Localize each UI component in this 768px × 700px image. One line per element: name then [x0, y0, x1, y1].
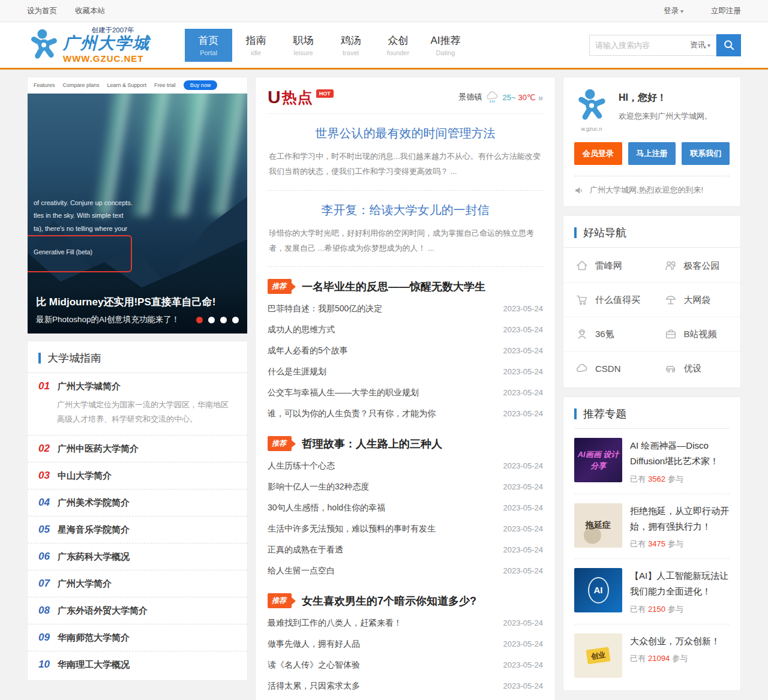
featured-article-title[interactable]: 世界公认的最有效的时间管理方法 [268, 125, 543, 142]
slide-title[interactable]: 比 Midjourney还实用!PS直接革自己命! [36, 295, 239, 309]
site-link[interactable]: 优设 [652, 351, 741, 385]
guide-item-label[interactable]: 广东药科大学概况 [58, 551, 130, 563]
article-title[interactable]: 成年人必看的5个故事 [268, 346, 348, 356]
article-title[interactable]: 30句人生感悟，hold住你的幸福 [268, 503, 385, 513]
article-list-item[interactable]: 成功人的思维方式 2023-05-24 [268, 319, 543, 340]
article-title[interactable]: 正真的成熟在于看透 [268, 545, 343, 555]
carousel-dot[interactable] [208, 317, 215, 323]
nav-item[interactable]: AI推荐 Dating [422, 29, 469, 62]
guide-list-item[interactable]: 07 广州大学简介 [28, 570, 247, 597]
nav-item[interactable]: 指南 idle [232, 29, 280, 62]
article-list-item[interactable]: 做事先做人，拥有好人品 2023-05-24 [268, 633, 543, 654]
article-title[interactable]: 做事先做人，拥有好人品 [268, 639, 360, 650]
guide-list-item[interactable]: 06 广东药科大学概况 [28, 543, 247, 570]
login-link[interactable]: 登录▾ [664, 6, 683, 16]
article-list-item[interactable]: 最难找到工作的八类人，赶紧来看！ 2023-05-24 [268, 612, 543, 633]
topic-title[interactable]: 大众创业，万众创新！ [630, 633, 720, 649]
article-title[interactable]: 成功人的思维方式 [268, 325, 335, 335]
topic-thumbnail[interactable]: 拖延症 [574, 503, 622, 548]
article-list-item[interactable]: 给人生留一点空白 2023-05-24 [268, 560, 543, 581]
guide-list-item[interactable]: 10 华南理工大学概况 [28, 651, 247, 678]
site-link[interactable]: B站视频 [652, 317, 741, 351]
article-list-item[interactable]: 成年人必看的5个故事 2023-05-24 [268, 340, 543, 361]
search-button[interactable] [716, 34, 741, 56]
carousel-slide[interactable]: of creativity. Conjure up concepts. tles… [28, 94, 247, 334]
article-title[interactable]: 最难找到工作的八类人，赶紧来看！ [268, 618, 402, 629]
nav-item[interactable]: 众创 founder [374, 29, 422, 62]
article-title[interactable]: 巴菲特自述：我那500亿的决定 [268, 304, 382, 314]
search-category-dropdown[interactable]: 资讯▾ [690, 40, 710, 50]
article-title[interactable]: 人生历练十个心态 [268, 461, 335, 471]
register-link[interactable]: 立即注册 [711, 6, 741, 16]
topic-title[interactable]: AI 绘画神器—Disco Diffusion堪比艺术家！ [630, 438, 730, 470]
guide-list-item[interactable]: 03 中山大学简介 [28, 462, 247, 489]
guide-list-item[interactable]: 05 星海音乐学院简介 [28, 516, 247, 543]
user-action-button[interactable]: 马上注册 [628, 142, 676, 165]
user-action-button[interactable]: 会员登录 [574, 142, 622, 165]
user-action-button[interactable]: 联系我们 [682, 142, 730, 165]
site-link[interactable]: CSDN [563, 351, 652, 385]
guide-item-label[interactable]: 华南理工大学概况 [58, 659, 130, 671]
weather-more-link[interactable]: » [538, 92, 543, 103]
topic-title[interactable]: 【AI】人工智能新玩法让我们能力全面进化！ [630, 568, 730, 600]
site-link[interactable]: 36氪 [563, 317, 652, 351]
site-link[interactable]: 雷峰网 [563, 249, 652, 283]
section-heading[interactable]: 一名毕业生的反思——惊醒无数大学生 [302, 280, 485, 294]
article-title[interactable]: 读《名人传》之心智体验 [268, 660, 360, 671]
article-list-item[interactable]: 人生历练十个心态 2023-05-24 [268, 455, 543, 476]
featured-article-title[interactable]: 李开复：给读大学女儿的一封信 [268, 202, 543, 218]
guide-item-label[interactable]: 广东外语外贸大学简介 [58, 605, 148, 617]
nav-item[interactable]: 鸡汤 travel [327, 29, 374, 62]
carousel-dot[interactable] [220, 317, 227, 323]
topic-list-item[interactable]: AI画画 设计分享 AI 绘画神器—Disco Diffusion堪比艺术家！ … [574, 429, 730, 494]
nav-item[interactable]: 首页 Portal [185, 29, 232, 62]
guide-list-item[interactable]: 04 广州美术学院简介 [28, 489, 247, 516]
article-title[interactable]: 生活中许多无法预知，难以预料的事时有发生 [268, 524, 436, 534]
article-list-item[interactable]: 30句人生感悟，hold住你的幸福 2023-05-24 [268, 497, 543, 518]
article-title[interactable]: 给人生留一点空白 [268, 566, 335, 576]
article-list-item[interactable]: 什么是生涯规划 2023-05-24 [268, 361, 543, 382]
article-title[interactable]: 影响十亿人一生的32种态度 [268, 482, 370, 492]
topic-list-item[interactable]: 创业 大众创业，万众创新！ 已有21094参与 [574, 624, 730, 687]
section-heading[interactable]: 女生喜欢男生的7个暗示你知道多少? [302, 594, 476, 608]
guide-list-item[interactable]: 02 广州中医药大学简介 [28, 435, 247, 462]
article-title[interactable]: 什么是生涯规划 [268, 366, 326, 377]
guide-item-label[interactable]: 广州大学城简介 [58, 381, 121, 392]
guide-item-label[interactable]: 星海音乐学院简介 [58, 524, 130, 536]
nav-item[interactable]: 职场 leisure [280, 29, 327, 62]
article-list-item[interactable]: 影响十亿人一生的32种态度 2023-05-24 [268, 476, 543, 497]
site-logo[interactable]: 创建于2007年 广州大学城 WWW.GZUC.NET [27, 26, 150, 64]
site-link[interactable]: 极客公园 [652, 249, 741, 283]
article-list-item[interactable]: 生活中许多无法预知，难以预料的事时有发生 2023-05-24 [268, 518, 543, 539]
topic-thumbnail[interactable]: AI画画 设计分享 [574, 438, 622, 482]
site-link[interactable]: 大网袋 [652, 283, 741, 317]
article-list-item[interactable]: 巴菲特自述：我那500亿的决定 2023-05-24 [268, 298, 543, 319]
guide-item-label[interactable]: 广州中医药大学简介 [58, 443, 139, 455]
guide-list-item[interactable]: 01 广州大学城简介 广州大学城定位为国家一流的大学园区，华南地区高级人才培养、… [28, 373, 247, 435]
carousel-dot[interactable] [232, 317, 239, 323]
article-title[interactable]: 谁，可以为你的人生负责？只有你，才能为你 [268, 408, 436, 419]
article-list-item[interactable]: 活得太累，只因索求太多 2023-05-24 [268, 675, 543, 696]
article-list-item[interactable]: 谁，可以为你的人生负责？只有你，才能为你 2023-05-24 [268, 403, 543, 424]
search-input[interactable] [595, 41, 690, 50]
guide-list-item[interactable]: 09 华南师范大学简介 [28, 624, 247, 651]
article-list-item[interactable]: 公交车与幸福人生——大学生的职业规划 2023-05-24 [268, 382, 543, 403]
carousel-dot[interactable] [196, 317, 203, 323]
topbar-link[interactable]: 收藏本站 [75, 6, 105, 16]
site-link[interactable]: 什么值得买 [563, 283, 652, 317]
topic-thumbnail[interactable]: AI [574, 568, 622, 612]
section-heading[interactable]: 哲理故事：人生路上的三种人 [302, 437, 442, 451]
topic-title[interactable]: 拒绝拖延，从立即行动开始，拥有强执行力！ [630, 503, 730, 535]
article-list-item[interactable]: 致大学生们：写给我们这些20来岁的人 2023-05-24 [268, 696, 543, 700]
guide-item-label[interactable]: 中山大学简介 [58, 470, 112, 482]
topic-list-item[interactable]: 拖延症 拒绝拖延，从立即行动开始，拥有强执行力！ 已有3475参与 [574, 494, 730, 560]
article-list-item[interactable]: 正真的成熟在于看透 2023-05-24 [268, 539, 543, 560]
guide-list-item[interactable]: 08 广东外语外贸大学简介 [28, 597, 247, 624]
guide-item-label[interactable]: 华南师范大学简介 [58, 632, 130, 644]
guide-item-label[interactable]: 广州大学简介 [58, 578, 112, 590]
topic-thumbnail[interactable]: 创业 [574, 633, 622, 678]
topic-list-item[interactable]: AI 【AI】人工智能新玩法让我们能力全面进化！ 已有2150参与 [574, 559, 730, 624]
article-title[interactable]: 公交车与幸福人生——大学生的职业规划 [268, 387, 419, 398]
topbar-link[interactable]: 设为首页 [27, 6, 57, 16]
article-title[interactable]: 活得太累，只因索求太多 [268, 681, 360, 692]
